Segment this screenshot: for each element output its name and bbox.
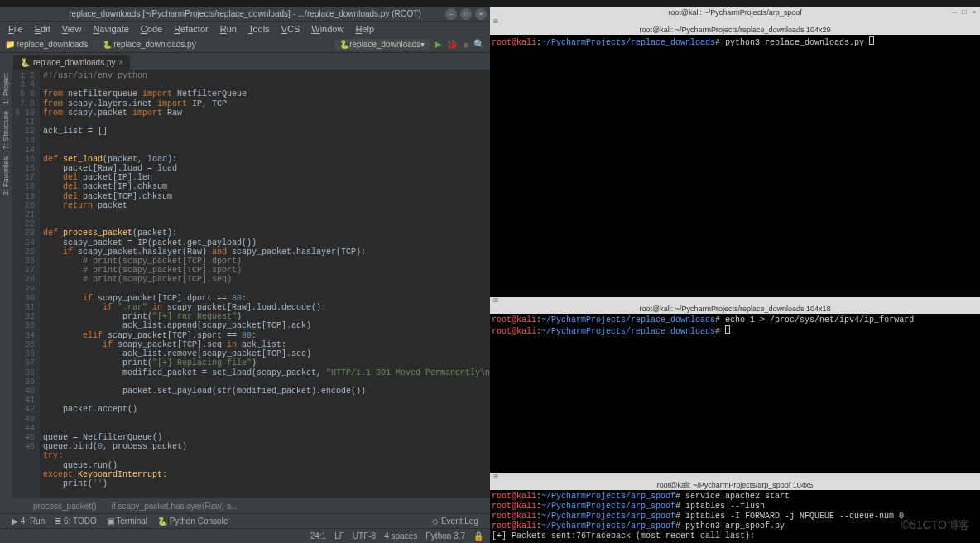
folder-icon bbox=[5, 40, 15, 49]
window-title: replace_downloads [~/PycharmProjects/rep… bbox=[69, 9, 421, 18]
terminal-pane-bot[interactable]: root@kali:~/PycharmProjects/arp_spoof# s… bbox=[490, 490, 980, 543]
editor-tabs: 🐍 replace_downloads.py × bbox=[0, 53, 490, 70]
pane-handle[interactable] bbox=[490, 18, 980, 25]
terminal-title: root@kali: ~/PycharmProjects/arp_spoof bbox=[668, 8, 801, 17]
minimize-button[interactable]: – bbox=[950, 8, 958, 17]
terminal-pane-top[interactable]: root@kali:~/PycharmProjects/replace_down… bbox=[490, 35, 980, 297]
menu-refactor[interactable]: Refactor bbox=[169, 22, 214, 36]
breadcrumb: process_packet() 〉 if scapy_packet.hasla… bbox=[0, 498, 490, 513]
menu-help[interactable]: Help bbox=[350, 22, 379, 36]
bottom-tool[interactable]: ▣ Terminal bbox=[102, 517, 152, 526]
python-file-icon bbox=[103, 40, 112, 49]
status-encoding[interactable]: UTF-8 bbox=[353, 531, 376, 541]
close-button[interactable]: × bbox=[970, 8, 978, 17]
side-tool[interactable]: 7: Structure bbox=[0, 108, 12, 153]
status-line-sep[interactable]: LF bbox=[334, 531, 344, 541]
pycharm-window: replace_downloads [~/PycharmProjects/rep… bbox=[0, 0, 490, 543]
statusbar: 24:1 LF UTF-8 4 spaces Python 3.7 🔒 bbox=[0, 528, 490, 543]
menu-code[interactable]: Code bbox=[136, 22, 167, 36]
close-icon[interactable]: × bbox=[119, 58, 124, 67]
menu-navigate[interactable]: Navigate bbox=[88, 22, 133, 36]
breadcrumb-item[interactable]: if scapy_packet.haslayer(Raw) a… bbox=[112, 502, 240, 511]
minimize-button[interactable]: – bbox=[445, 8, 457, 20]
menu-run[interactable]: Run bbox=[215, 22, 242, 36]
run-button[interactable]: ▶ bbox=[435, 39, 441, 50]
line-gutter: 1 2 3 4 5 6 7 8 9 10 11 12 13 14 15 16 1… bbox=[13, 70, 40, 498]
status-indent[interactable]: 4 spaces bbox=[384, 531, 417, 541]
menu-window[interactable]: Window bbox=[306, 22, 348, 36]
bottom-tool[interactable]: ≣ 6: TODO bbox=[50, 517, 101, 526]
menu-tools[interactable]: Tools bbox=[243, 22, 275, 36]
terminal-titlebar: root@kali: ~/PycharmProjects/arp_spoof –… bbox=[490, 7, 980, 18]
terminal-size-label: root@kali: ~/PycharmProjects/replace_dow… bbox=[490, 25, 980, 35]
menu-view[interactable]: View bbox=[57, 22, 87, 36]
desktop-topbar bbox=[0, 0, 980, 7]
bottom-tool[interactable]: ▶ 4: Run bbox=[7, 517, 50, 526]
bottom-tool[interactable]: 🐍 Python Console bbox=[152, 517, 233, 526]
watermark: ©51CTO博客 bbox=[901, 518, 970, 533]
editor-area[interactable]: 1: Project7: Structure2: Favorites 1 2 3… bbox=[0, 70, 490, 498]
nav-separator: 〉 bbox=[91, 39, 99, 50]
side-toolbar: 1: Project7: Structure2: Favorites bbox=[0, 70, 13, 498]
lock-icon: 🔒 bbox=[473, 531, 483, 541]
side-tool[interactable]: 2: Favorites bbox=[0, 153, 12, 199]
code-editor[interactable]: #!/usr/bin/env python from netfilterqueu… bbox=[40, 70, 490, 498]
menu-vcs[interactable]: VCS bbox=[276, 22, 305, 36]
maximize-button[interactable]: ○ bbox=[460, 8, 472, 20]
search-icon[interactable]: 🔍 bbox=[473, 39, 485, 50]
nav-file[interactable]: replace_downloads.py bbox=[113, 40, 196, 49]
pane-handle[interactable] bbox=[490, 297, 980, 304]
run-configuration[interactable]: 🐍 replace_downloads ▾ bbox=[334, 39, 430, 50]
pane-handle[interactable] bbox=[490, 473, 980, 480]
python-file-icon: 🐍 bbox=[20, 58, 30, 67]
tab-replace-downloads[interactable]: 🐍 replace_downloads.py × bbox=[13, 55, 130, 70]
breadcrumb-item[interactable]: process_packet() bbox=[33, 502, 97, 511]
menu-edit[interactable]: Edit bbox=[30, 22, 55, 36]
debug-button[interactable]: 🐞 bbox=[446, 39, 458, 50]
terminal-size-label: root@kali: ~/PycharmProjects/arp_spoof 1… bbox=[490, 480, 980, 490]
status-position: 24:1 bbox=[310, 531, 326, 541]
terminal-size-label: root@kali: ~/PycharmProjects/replace_dow… bbox=[490, 304, 980, 314]
tab-label: replace_downloads.py bbox=[33, 58, 116, 67]
terminal-pane-mid[interactable]: root@kali:~/PycharmProjects/replace_down… bbox=[490, 314, 980, 473]
maximize-button[interactable]: □ bbox=[960, 8, 968, 17]
menubar: FileEditViewNavigateCodeRefactorRunTools… bbox=[0, 22, 490, 36]
status-interpreter[interactable]: Python 3.7 bbox=[425, 531, 465, 541]
menu-file[interactable]: File bbox=[3, 22, 28, 36]
stop-button[interactable]: ■ bbox=[463, 40, 468, 50]
pycharm-titlebar: replace_downloads [~/PycharmProjects/rep… bbox=[0, 7, 490, 22]
terminal-window: root@kali: ~/PycharmProjects/arp_spoof –… bbox=[490, 0, 980, 543]
bottom-toolbar: ▶ 4: Run≣ 6: TODO▣ Terminal🐍 Python Cons… bbox=[0, 513, 490, 528]
navbar: replace_downloads 〉 replace_downloads.py… bbox=[0, 36, 490, 53]
close-button[interactable]: × bbox=[475, 8, 487, 20]
nav-folder[interactable]: replace_downloads bbox=[17, 40, 88, 49]
side-tool[interactable]: 1: Project bbox=[0, 70, 12, 108]
event-log-button[interactable]: ◇Event Log bbox=[427, 517, 483, 526]
